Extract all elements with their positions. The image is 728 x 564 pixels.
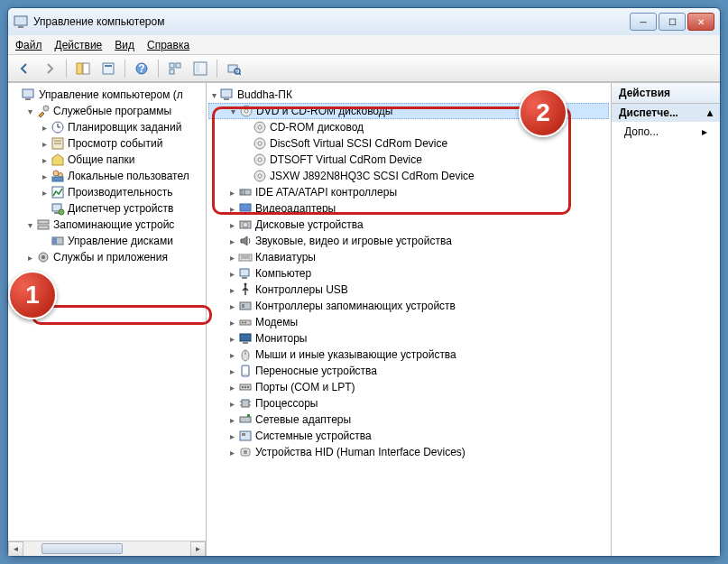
tree-toggle[interactable]: ▸	[226, 431, 237, 441]
svg-point-77	[247, 386, 249, 388]
tree-toggle[interactable]: ▸	[226, 188, 237, 198]
tree-item[interactable]: ▸Переносные устройства	[208, 363, 609, 379]
tree-toggle[interactable]: ▸	[39, 188, 50, 198]
tree-item[interactable]: DTSOFT Virtual CdRom Device	[208, 152, 609, 168]
tree-item[interactable]: ▸Процессоры	[208, 395, 609, 411]
tree-toggle[interactable]: ▸	[226, 204, 237, 214]
tree-toggle[interactable]: ▾	[24, 220, 35, 230]
help-button[interactable]: ?	[131, 58, 152, 79]
tree-item[interactable]: ▸Звуковые, видео и игровые устройства	[208, 233, 609, 249]
tree-item[interactable]: ▾Служебные программы	[10, 103, 204, 119]
toolbar-sep	[124, 60, 125, 78]
tree-toggle[interactable]: ▸	[226, 269, 237, 279]
svg-rect-32	[38, 220, 49, 224]
tree-item[interactable]: ▸Контроллеры USB	[208, 282, 609, 298]
svg-rect-17	[25, 98, 31, 100]
tree-toggle[interactable]: ▸	[39, 139, 50, 149]
share-icon	[51, 153, 65, 167]
menu-help[interactable]: Справка	[147, 39, 189, 51]
tree-item[interactable]: JSXW J892N8HQ3C SCSI CdRom Device	[208, 168, 609, 184]
tree-toggle[interactable]: ▾	[227, 106, 238, 116]
svg-rect-63	[240, 302, 251, 310]
tree-item[interactable]: ▸Мониторы	[208, 330, 609, 347]
tree-item[interactable]: ▸Устройства HID (Human Interface Devices…	[208, 444, 609, 460]
cpu-icon	[238, 396, 253, 411]
svg-rect-12	[196, 64, 199, 73]
tree-toggle[interactable]: ▸	[226, 334, 237, 344]
view-devices-by-connection-button[interactable]	[189, 58, 211, 79]
tree-item[interactable]: ▸Просмотр событий	[10, 135, 204, 152]
diskmgmt-icon	[51, 234, 65, 248]
show-hide-tree-button[interactable]	[72, 58, 94, 79]
tree-toggle[interactable]: ▸	[226, 399, 237, 409]
tree-item[interactable]: ▸Локальные пользовател	[10, 168, 204, 184]
actions-item[interactable]: Допо... ▸	[612, 122, 720, 142]
tree-toggle[interactable]: ▸	[226, 350, 237, 360]
tree-item[interactable]: DiscSoft Virtual SCSI CdRom Device	[208, 135, 609, 152]
tree-toggle[interactable]: ▸	[226, 301, 237, 311]
tree-toggle[interactable]: ▾	[208, 90, 219, 100]
tree-item[interactable]: ▸Системные устройства	[208, 428, 609, 444]
tree-item[interactable]: ▸Порты (COM и LPT)	[208, 379, 609, 395]
tree-item[interactable]: ▸Компьютер	[208, 265, 609, 282]
properties-button[interactable]	[97, 58, 119, 79]
tree-toggle[interactable]: ▸	[226, 366, 237, 376]
view-devices-by-type-button[interactable]	[164, 58, 186, 79]
tree-item[interactable]: ▸Модемы	[208, 314, 609, 330]
menu-view[interactable]: Вид	[115, 39, 134, 51]
svg-rect-86	[242, 433, 245, 436]
tree-toggle[interactable]: ▸	[24, 253, 35, 263]
devmgr-icon	[51, 201, 65, 216]
close-button[interactable]: ✕	[687, 13, 714, 31]
tree-toggle[interactable]: ▸	[39, 155, 50, 165]
tree-item[interactable]: Управление компьютером (л	[10, 87, 204, 103]
toolbar-sep	[158, 60, 159, 78]
tree-item[interactable]: ▸IDE ATA/ATAPI контроллеры	[208, 184, 609, 200]
tree-label: IDE ATA/ATAPI контроллеры	[255, 186, 397, 199]
tree-toggle[interactable]: ▸	[226, 236, 237, 246]
scroll-right-button[interactable]: ►	[190, 541, 206, 557]
tree-item[interactable]: Управление дисками	[10, 233, 204, 249]
nav-back-button[interactable]	[14, 58, 35, 79]
tree-item[interactable]: ▾DVD и CD-ROM дисководы	[208, 103, 609, 119]
tree-toggle[interactable]: ▸	[226, 285, 237, 295]
svg-point-49	[258, 174, 262, 178]
tree-item[interactable]: CD-ROM дисковод	[208, 119, 609, 135]
actions-group[interactable]: Диспетче... ▴	[612, 104, 720, 122]
tree-item[interactable]: ▸Производительность	[10, 184, 204, 200]
tree-toggle[interactable]: ▸	[226, 318, 237, 328]
scan-hardware-button[interactable]	[223, 58, 244, 79]
tree-toggle[interactable]: ▸	[226, 220, 237, 230]
tree-item[interactable]: ▸Контроллеры запоминающих устройств	[208, 298, 609, 314]
tree-toggle[interactable]: ▸	[226, 448, 237, 458]
scroll-left-button[interactable]: ◄	[8, 541, 23, 557]
tree-toggle[interactable]: ▸	[226, 383, 237, 393]
sound-icon	[238, 234, 253, 248]
tree-item[interactable]: ▸Сетевые адаптеры	[208, 411, 609, 428]
menu-action[interactable]: Действие	[55, 39, 103, 51]
tree-toggle[interactable]: ▸	[39, 123, 50, 133]
tree-root[interactable]: ▾ Buddha-ПК	[208, 87, 609, 103]
tree-toggle[interactable]: ▸	[226, 253, 237, 263]
tree-item[interactable]: ▸Службы и приложения	[10, 249, 204, 265]
tree-item[interactable]: Диспетчер устройств	[10, 200, 204, 217]
svg-rect-83	[240, 417, 251, 422]
tree-item[interactable]: ▸Видеоадаптеры	[208, 200, 609, 217]
left-pane: Управление компьютером (л▾Служебные прог…	[8, 83, 207, 556]
tree-item[interactable]: ▸Клавиатуры	[208, 249, 609, 265]
tree-item[interactable]: ▸Дисковые устройства	[208, 217, 609, 233]
tree-item[interactable]: ▸Планировщик заданий	[10, 119, 204, 135]
maximize-button[interactable]: ☐	[659, 13, 686, 31]
tree-toggle[interactable]: ▸	[226, 415, 237, 425]
net-icon	[238, 412, 253, 427]
tree-item[interactable]: ▾Запоминающие устройс	[10, 217, 204, 233]
tree-label: Процессоры	[255, 397, 318, 410]
tree-item[interactable]: ▸Мыши и иные указывающие устройства	[208, 347, 609, 363]
nav-forward-button[interactable]	[39, 58, 60, 79]
tree-toggle[interactable]: ▸	[39, 171, 50, 181]
left-scrollbar[interactable]: ◄ ►	[8, 541, 206, 556]
menu-file[interactable]: Файл	[15, 39, 42, 51]
tree-toggle[interactable]: ▾	[24, 106, 35, 116]
minimize-button[interactable]: ─	[630, 13, 657, 31]
tree-item[interactable]: ▸Общие папки	[10, 152, 204, 168]
